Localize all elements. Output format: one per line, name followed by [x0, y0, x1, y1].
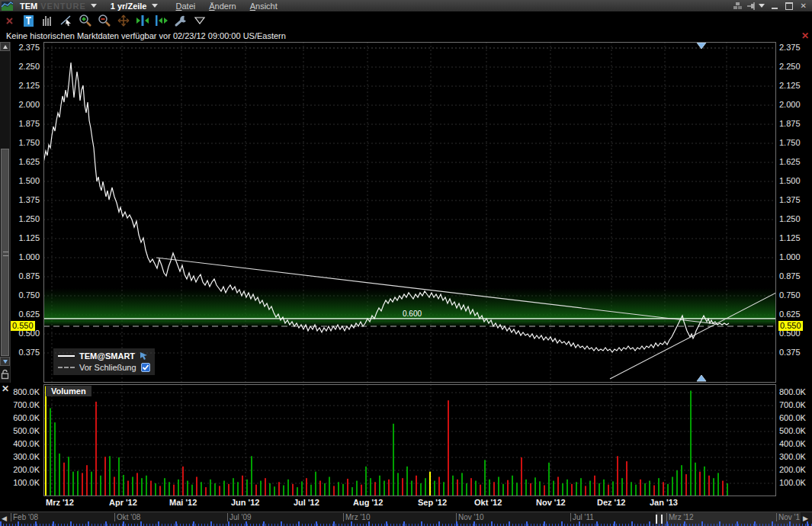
- price-axis-label-left: 1.000: [0, 252, 40, 262]
- volume-bar: [489, 479, 490, 496]
- price-axis-label-left: 1.750: [0, 138, 40, 148]
- chart-settings-button[interactable]: [173, 13, 188, 28]
- text-annotation-button[interactable]: [21, 13, 36, 28]
- menu-ändern[interactable]: Ändern: [209, 2, 236, 11]
- volume-bar: [667, 484, 669, 496]
- price-axis-label-right: 2.125: [779, 81, 801, 91]
- volume-bar: [525, 479, 527, 496]
- volume-bar: [72, 472, 74, 496]
- volume-axis-label-right: 400.0K: [779, 439, 806, 449]
- unlock-icon[interactable]: [1, 369, 9, 380]
- decrease-bar-spacing-button[interactable]: [135, 13, 150, 28]
- menu-ansicht[interactable]: Ansicht: [250, 2, 278, 11]
- volume-bar: [512, 476, 513, 496]
- crosshair-button[interactable]: [116, 13, 131, 28]
- volume-bar: [626, 461, 627, 496]
- minimize-button[interactable]: [772, 3, 778, 9]
- price-axis-label-right: 0.875: [779, 271, 801, 281]
- chart-window: TEM VENTURE 1 yr/Zeile DateiÄndernAnsich…: [0, 0, 812, 526]
- volume-bar: [649, 481, 650, 496]
- volume-bar: [599, 483, 600, 496]
- hand-cursor-icon[interactable]: [140, 351, 149, 360]
- volume-bar: [361, 485, 362, 496]
- zoom-out-button[interactable]: [97, 13, 112, 28]
- volume-bar: [297, 487, 298, 496]
- volume-bar: [173, 485, 175, 496]
- more-tools-button[interactable]: [192, 13, 207, 28]
- symbol-label: TEM: [20, 2, 37, 11]
- volume-bar: [727, 483, 728, 496]
- expand-bars-icon: [155, 14, 168, 27]
- month-label: Dez '12: [597, 498, 625, 507]
- increase-bar-spacing-button[interactable]: [154, 13, 169, 28]
- volume-bar: [242, 476, 243, 496]
- volume-bar: [114, 477, 115, 497]
- volume-bar: [54, 422, 56, 496]
- volume-bar: [214, 483, 216, 496]
- navigator-thumb-grip[interactable]: [656, 515, 663, 524]
- menu-datei[interactable]: Datei: [176, 2, 196, 11]
- volume-bar: [475, 481, 477, 496]
- volume-axis-label-right: 200.0K: [779, 465, 806, 475]
- volume-bar: [379, 476, 380, 496]
- symbol-watermark: VENTURE: [40, 2, 86, 11]
- volume-bar: [566, 479, 568, 496]
- scroll-down-button[interactable]: [0, 357, 10, 366]
- price-axis-label-left: 2.375: [0, 43, 40, 53]
- remove-study-button[interactable]: [2, 13, 17, 28]
- crosshair-icon: [117, 14, 130, 27]
- price-axis-label-right: 1.750: [779, 138, 801, 148]
- maximize-button[interactable]: [785, 2, 793, 10]
- navigator-left-arrow[interactable]: ◀: [2, 515, 7, 522]
- volume-chart-plot[interactable]: [43, 384, 776, 496]
- zoom-in-button[interactable]: [78, 13, 93, 28]
- time-navigator-scrollbar[interactable]: ◀ ▶ Feb '08Okt '08Jul '09Mrz '10Nov '10J…: [0, 512, 812, 526]
- pin-window-button[interactable]: [746, 0, 765, 11]
- close-button[interactable]: ✕: [801, 2, 807, 10]
- volume-bar: [292, 484, 294, 496]
- navigator-right-arrow[interactable]: ▶: [803, 515, 808, 522]
- volume-axis-label-right: 700.0K: [779, 400, 806, 410]
- link-windows-icon[interactable]: [733, 2, 743, 11]
- volume-bar: [118, 457, 120, 496]
- volume-bar: [127, 481, 129, 496]
- volume-axis-label-left: 500.0K: [0, 426, 40, 436]
- volume-bar: [406, 467, 408, 496]
- navigator-date-label: Okt '08: [114, 513, 140, 521]
- volume-bar: [333, 486, 335, 496]
- pin-icon: [746, 2, 757, 11]
- chart-style-button[interactable]: [40, 13, 55, 28]
- volume-bar: [265, 478, 266, 496]
- timeframe-dropdown[interactable]: 1 yr/Zeile: [111, 0, 158, 11]
- price-axis-label-left: 1.375: [0, 195, 40, 205]
- overlay-checkbox[interactable]: [141, 363, 150, 372]
- volume-bar: [187, 481, 188, 496]
- compress-bars-icon: [136, 14, 149, 27]
- volume-axis-label-left: 800.0K: [0, 387, 40, 397]
- volume-bar: [658, 478, 660, 496]
- volume-bar: [278, 482, 280, 496]
- volume-axis-label-left: 600.0K: [0, 413, 40, 423]
- volume-axis-label-right: 800.0K: [779, 387, 806, 397]
- volume-bar: [329, 477, 330, 497]
- volume-bar: [91, 472, 92, 496]
- volume-bar: [530, 483, 531, 496]
- message-close-icon[interactable]: ✕: [801, 30, 809, 41]
- price-axis-label-right: 0.625: [779, 310, 801, 319]
- volume-bar: [123, 475, 124, 496]
- volume-bar: [237, 482, 239, 496]
- navigator-date-label: Jul '09: [227, 513, 252, 521]
- volume-bar: [315, 472, 316, 496]
- chevron-down-icon: [152, 4, 158, 8]
- volume-bar: [557, 477, 559, 497]
- volume-bar: [521, 457, 522, 496]
- price-chart-plot[interactable]: 0.600: [43, 42, 776, 383]
- symbol-dropdown[interactable]: TEM VENTURE: [15, 0, 97, 11]
- volume-bar: [644, 483, 646, 496]
- volume-bar: [580, 478, 582, 496]
- volume-bar: [685, 474, 687, 496]
- dropdown-triangle-icon: [194, 15, 206, 26]
- trendline-tool-button[interactable]: [59, 13, 74, 28]
- volume-bar: [452, 476, 454, 496]
- price-axis-label-right: 1.125: [779, 233, 801, 243]
